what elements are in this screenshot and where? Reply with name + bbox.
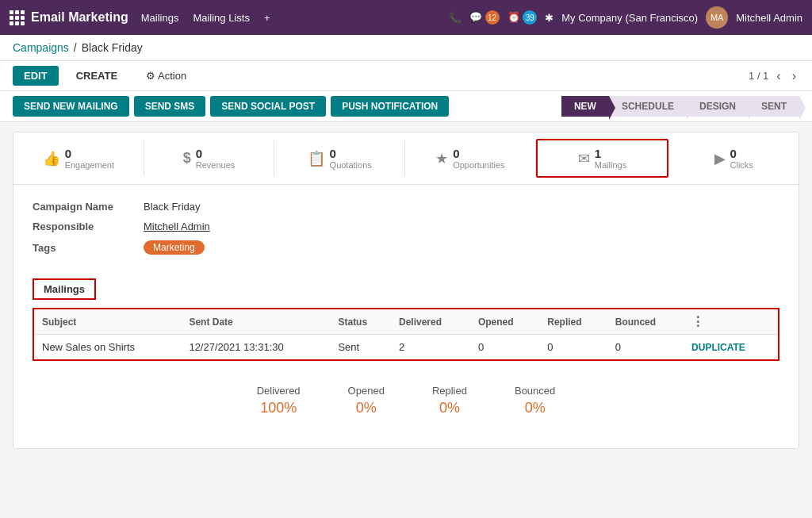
chat-icon[interactable]: 💬 12 <box>469 10 500 25</box>
summary-delivered: Delivered 100% <box>257 385 301 416</box>
breadcrumb-parent[interactable]: Campaigns <box>13 41 69 54</box>
pagination-label: 1 / 1 <box>749 70 768 82</box>
summary-delivered-value: 100% <box>257 400 301 416</box>
phone-icon[interactable]: 📞 <box>449 12 462 24</box>
stats-row: 👍 0 Engagement $ 0 Revenues 📋 0 Quotatio… <box>13 132 799 185</box>
summary-bounced: Bounced 0% <box>515 385 555 416</box>
tab-schedule[interactable]: SCHEDULE <box>609 96 687 117</box>
send-new-mailing-button[interactable]: SEND NEW MAILING <box>13 96 129 117</box>
responsible-row: Responsible Mitchell Admin <box>33 221 779 232</box>
nav-links: Mailings Mailing Lists + <box>141 12 436 24</box>
opportunities-label: Opportunities <box>453 160 504 170</box>
company-name: My Company (San Francisco) <box>561 12 698 24</box>
cell-bounced: 0 <box>607 335 684 361</box>
nav-add[interactable]: + <box>264 12 270 24</box>
cell-replied: 0 <box>539 335 607 361</box>
revenues-label: Revenues <box>196 160 236 170</box>
mailings-icon: ✉ <box>578 150 590 167</box>
tab-new[interactable]: NEW <box>561 96 609 117</box>
campaign-name-row: Campaign Name Black Friday <box>33 201 779 213</box>
summary-opened-label: Opened <box>348 385 385 397</box>
campaign-card: 👍 0 Engagement $ 0 Revenues 📋 0 Quotatio… <box>13 132 799 449</box>
opportunities-number: 0 <box>453 147 459 160</box>
revenues-icon: $ <box>183 150 191 167</box>
responsible-value[interactable]: Mitchell Admin <box>144 221 210 232</box>
send-sms-button[interactable]: SEND SMS <box>134 96 206 117</box>
chat-badge: 12 <box>485 10 500 25</box>
stat-quotations[interactable]: 📋 0 Quotations <box>274 140 405 176</box>
avatar[interactable]: MA <box>706 6 728 29</box>
clock-badge: 39 <box>523 10 537 25</box>
push-notification-button[interactable]: PUSH NOTIFICATION <box>331 96 449 117</box>
next-button[interactable]: › <box>789 69 799 83</box>
tab-sent[interactable]: SENT <box>749 96 799 117</box>
app-brand[interactable]: Email Marketing <box>10 10 128 25</box>
col-bounced: Bounced <box>607 309 684 335</box>
summary-replied-value: 0% <box>432 400 467 416</box>
nav-mailing-lists[interactable]: Mailing Lists <box>193 12 250 24</box>
campaign-form: Campaign Name Black Friday Responsible M… <box>13 185 799 278</box>
quotations-label: Quotations <box>330 160 372 170</box>
engagement-label: Engagement <box>65 160 114 170</box>
stat-revenues[interactable]: $ 0 Revenues <box>144 140 275 176</box>
pagination: 1 / 1 ‹ › <box>749 69 799 83</box>
mailings-section-header: Mailings <box>33 278 96 300</box>
col-replied: Replied <box>539 309 607 335</box>
opportunities-icon: ★ <box>435 150 448 167</box>
col-opened: Opened <box>470 309 539 335</box>
tags-row: Tags Marketing <box>33 240 779 255</box>
summary-bounced-label: Bounced <box>515 385 555 397</box>
mailings-table: Subject Sent Date Status Delivered Opene… <box>33 308 779 361</box>
cell-subject[interactable]: New Sales on Shirts <box>33 335 181 361</box>
create-button[interactable]: CREATE <box>65 66 128 86</box>
status-tabs: NEW SCHEDULE DESIGN SENT <box>561 96 799 117</box>
col-delivered: Delivered <box>391 309 470 335</box>
col-actions: ⋮ <box>684 309 779 335</box>
summary-replied: Replied 0% <box>432 385 467 416</box>
prev-button[interactable]: ‹ <box>773 69 783 83</box>
tab-design[interactable]: DESIGN <box>687 96 749 117</box>
clock-icon[interactable]: ⏰ 39 <box>508 10 538 25</box>
mailings-section: Mailings Subject Sent Date Status Delive… <box>13 278 799 448</box>
stat-opportunities[interactable]: ★ 0 Opportunities <box>405 140 536 176</box>
mailings-label: Mailings <box>595 160 626 170</box>
col-sent-date: Sent Date <box>181 309 330 335</box>
edit-button[interactable]: EDIT <box>13 66 59 86</box>
send-social-post-button[interactable]: SEND SOCIAL POST <box>210 96 326 117</box>
cell-delivered: 2 <box>391 335 470 361</box>
col-subject: Subject <box>33 309 181 335</box>
summary-delivered-label: Delivered <box>257 385 301 397</box>
cell-status: Sent <box>330 335 391 361</box>
top-navigation: Email Marketing Mailings Mailing Lists +… <box>0 0 812 35</box>
summary-opened-value: 0% <box>348 400 385 416</box>
responsible-label: Responsible <box>33 221 144 232</box>
cell-sent-date: 12/27/2021 13:31:30 <box>181 335 330 361</box>
stat-clicks[interactable]: ▶ 0 Clicks <box>668 140 799 176</box>
action-menu-button[interactable]: ⚙ Action <box>135 66 197 86</box>
table-row: New Sales on Shirts 12/27/2021 13:31:30 … <box>33 335 779 361</box>
brand-label: Email Marketing <box>31 10 128 25</box>
cell-duplicate-action: DUPLICATE <box>684 335 779 361</box>
clicks-number: 0 <box>730 147 737 160</box>
summary-opened: Opened 0% <box>348 385 385 416</box>
main-content: 👍 0 Engagement $ 0 Revenues 📋 0 Quotatio… <box>0 122 812 459</box>
breadcrumb-separator: / <box>74 41 77 54</box>
settings-icon[interactable]: ✱ <box>545 12 553 24</box>
breadcrumb: Campaigns / Black Friday <box>0 35 812 61</box>
summary-bounced-value: 0% <box>515 400 555 416</box>
breadcrumb-current: Black Friday <box>82 41 143 54</box>
tag-badge[interactable]: Marketing <box>144 240 205 255</box>
user-name: Mitchell Admin <box>736 12 802 24</box>
revenues-number: 0 <box>196 147 202 160</box>
stage-bar: SEND NEW MAILING SEND SMS SEND SOCIAL PO… <box>0 91 812 122</box>
nav-right: 📞 💬 12 ⏰ 39 ✱ My Company (San Francisco)… <box>449 6 802 29</box>
campaign-name-value: Black Friday <box>144 201 201 213</box>
quotations-number: 0 <box>330 147 336 160</box>
summary-replied-label: Replied <box>432 385 467 397</box>
nav-mailings[interactable]: Mailings <box>141 12 179 24</box>
stat-mailings[interactable]: ✉ 1 Mailings <box>536 139 669 178</box>
grid-icon <box>10 10 25 25</box>
summary-stats: Delivered 100% Opened 0% Replied 0% Boun… <box>33 361 779 432</box>
stat-engagement[interactable]: 👍 0 Engagement <box>13 140 144 176</box>
duplicate-button[interactable]: DUPLICATE <box>691 342 745 353</box>
